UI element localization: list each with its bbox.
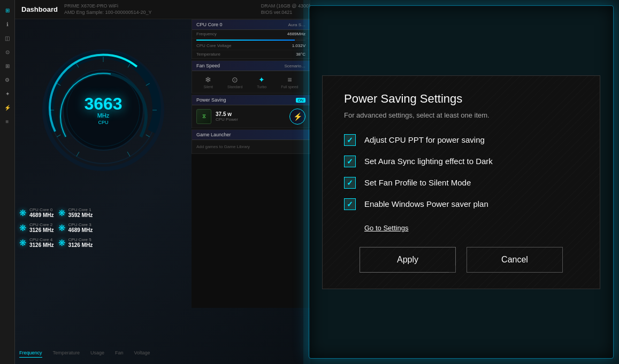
fan-full[interactable]: ≡ Full speed [281,75,298,89]
cancel-button[interactable]: Cancel [467,247,563,273]
core-freq-5: 3126 MHz [68,242,93,248]
core-item-1: ❋ CPU Core 1 3592 MHz [58,207,93,218]
cpu-freq-row: Frequency 4689MHz [192,30,310,38]
game-launcher-empty: Add games to Game Library [192,140,310,153]
core-name-0: CPU Core 0 [29,207,54,212]
checkbox-box-1[interactable]: ✓ [344,156,356,167]
cpu-voltage-row: CPU Core Voltage 1.032V [192,42,310,50]
checkmark-3: ✓ [347,200,353,208]
checkbox-item-1[interactable]: ✓ Set Aura Sync lighting effect to Dark [344,156,578,167]
checkbox-label-2: Set Fan Profile to Silent Mode [364,178,471,187]
right-panel: CPU Core 0 Aura S… Frequency 4689MHz CPU… [192,19,310,308]
svg-line-11 [146,135,150,137]
dialog-title: Power Saving Settings [344,92,578,106]
checkbox-list: ✓ Adjust CPU PPT for power saving ✓ Set … [344,134,578,210]
checkbox-item-2[interactable]: ✓ Set Fan Profile to Silent Mode [344,177,578,189]
dialog-buttons: Apply Cancel [344,247,578,273]
core-icon-0: ❋ [19,208,26,218]
svg-line-12 [127,152,130,157]
bottom-tabs: Frequency Temperature Usage Fan Voltage [15,350,150,358]
dashboard-panel: ⊞ ℹ ◫ ⊙ ⊞ ⚙ ✦ ⚡ ≡ Dashboard PRIME X670E-… [0,0,310,364]
sidebar-icon-settings2[interactable]: ≡ [2,115,13,127]
core-icon-5: ❋ [58,238,65,248]
core-freq-2: 3126 MHz [29,227,54,233]
dialog-subtitle: For advanced settings, select at least o… [344,111,578,119]
power-saving-dialog: Power Saving Settings For advanced setti… [322,75,600,289]
core-name-2: CPU Core 2 [29,222,54,227]
dialog-overlay: Power Saving Settings For advanced setti… [303,0,619,364]
checkbox-box-3[interactable]: ✓ [344,198,356,210]
core-name-5: CPU Core 5 [68,237,93,242]
tab-frequency[interactable]: Frequency [19,350,42,358]
checkmark-2: ✓ [347,179,353,187]
power-row: ⧖ 37.5 w CPU Power ⚡ [192,105,310,128]
fan-panel-header: Fan Speed Scenario… [192,61,310,71]
core-icon-2: ❋ [19,223,26,233]
core-icon-4: ❋ [19,238,26,248]
core-freq-1: 3592 MHz [68,212,93,218]
cpu-section: CPU Core 0 Aura S… Frequency 4689MHz CPU… [192,19,310,59]
core-icon-1: ❋ [58,208,65,218]
checkbox-item-3[interactable]: ✓ Enable Windows Power saver plan [344,198,578,210]
sidebar-icon-rgb[interactable]: ✦ [2,88,13,99]
go-to-settings-link[interactable]: Go to Settings [344,224,408,232]
core-item-4: ❋ CPU Core 4 3126 MHz [19,237,54,248]
fan-full-icon: ≡ [287,75,292,84]
fan-silent[interactable]: ❄ Silent [203,75,213,89]
cores-grid: ❋ CPU Core 0 4689 MHz ❋ CPU Core 1 3592 … [15,203,97,252]
sidebar: ⊞ ℹ ◫ ⊙ ⊞ ⚙ ✦ ⚡ ≡ [0,0,15,364]
tab-voltage[interactable]: Voltage [134,350,150,358]
checkbox-label-0: Adjust CPU PPT for power saving [364,135,485,144]
core-name-3: CPU Core 3 [68,222,93,227]
dashboard-header: Dashboard PRIME X670E-PRO WiFi AMD Eng S… [15,0,310,19]
sidebar-icon-info[interactable]: ℹ [2,18,13,30]
cpu-gauge-area: 3663 MHz CPU [15,19,192,201]
gauge-value: 3663 [84,95,122,112]
game-launcher-header: Game Launcher [192,130,310,140]
checkbox-label-1: Set Aura Sync lighting effect to Dark [364,157,493,166]
checkmark-0: ✓ [347,136,353,144]
core-name-4: CPU Core 4 [29,237,54,242]
core-item-3: ❋ CPU Core 3 4689 MHz [58,222,93,233]
core-freq-3: 4689 MHz [68,227,93,233]
gauge-center: 3663 MHz CPU [84,95,122,125]
core-freq-0: 4689 MHz [29,212,54,218]
power-section: Power Saving ON ⧖ 37.5 w CPU Power ⚡ [192,95,310,128]
fan-section: Fan Speed Scenario… ❄ Silent ⊙ Standard … [192,60,310,94]
cpu-gauge: 3663 MHz CPU [39,46,167,174]
core-item-5: ❋ CPU Core 5 3126 MHz [58,237,93,248]
core-icon-3: ❋ [58,223,65,233]
core-name-1: CPU Core 1 [68,207,93,212]
sidebar-icon-lock[interactable]: ⊙ [2,46,13,58]
apply-button[interactable]: Apply [360,247,456,273]
checkbox-label-3: Enable Windows Power saver plan [364,199,488,208]
sidebar-icon-flash[interactable]: ⚡ [2,102,13,113]
sidebar-icon-home[interactable]: ⊞ [2,4,13,16]
checkbox-box-2[interactable]: ✓ [344,177,356,189]
gauge-label: CPU [84,120,122,125]
core-freq-4: 3126 MHz [29,242,54,248]
tab-temperature[interactable]: Temperature [53,350,80,358]
fan-icons: ❄ Silent ⊙ Standard ✦ Turbo ≡ Full speed [192,71,310,93]
fan-turbo-icon: ✦ [258,75,265,84]
dashboard-title: Dashboard [21,5,58,13]
tab-fan[interactable]: Fan [115,350,124,358]
sidebar-icon-tools[interactable]: ⚙ [2,74,13,86]
fan-silent-icon: ❄ [205,75,211,84]
cpu-panel-header: CPU Core 0 Aura S… [192,20,310,30]
game-launcher-section: Game Launcher Add games to Game Library [192,129,310,154]
core-item-0: ❋ CPU Core 0 4689 MHz [19,207,54,218]
checkbox-item-0[interactable]: ✓ Adjust CPU PPT for power saving [344,134,578,146]
svg-line-3 [57,135,60,137]
fan-turbo[interactable]: ✦ Turbo [257,75,266,89]
asus-logo: ⧖ [196,109,211,124]
svg-line-2 [77,152,79,157]
fan-standard-icon: ⊙ [232,75,238,84]
fan-standard[interactable]: ⊙ Standard [227,75,242,89]
checkbox-box-0[interactable]: ✓ [344,134,356,146]
sidebar-icon-cpu[interactable]: ⊞ [2,60,13,72]
core-item-2: ❋ CPU Core 2 3126 MHz [19,222,54,233]
tab-usage[interactable]: Usage [90,350,104,358]
power-info: 37.5 w CPU Power [216,111,238,122]
sidebar-icon-monitor[interactable]: ◫ [2,32,13,44]
